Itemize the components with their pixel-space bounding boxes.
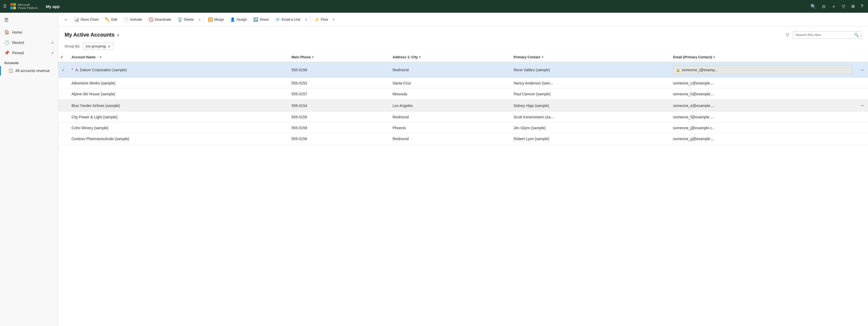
table-row[interactable]: Contoso Pharmaceuticals (sample)555-0156… — [58, 133, 868, 144]
help-icon[interactable]: ? — [859, 2, 865, 10]
activate-label: Activate — [130, 18, 142, 22]
sidebar-hamburger-icon[interactable]: ☰ — [0, 15, 58, 25]
show-chart-button[interactable]: 📊 Show Chart — [71, 15, 102, 24]
row-checkbox[interactable] — [58, 133, 68, 144]
delete-label: Delete — [184, 18, 194, 22]
flow-button[interactable]: ⚡ Flow — [311, 15, 331, 24]
table-row[interactable]: Blue Yonder Airlines (sample)555-0154Los… — [58, 100, 868, 112]
merge-button[interactable]: 🔀 Merge — [205, 15, 227, 24]
city-sort-icon: ∨ — [419, 55, 421, 59]
table-row[interactable]: Adventure Works (sample)555-0152Santa Cr… — [58, 78, 868, 89]
plus-icon[interactable]: ＋ — [830, 2, 838, 11]
row-checkbox[interactable] — [58, 78, 68, 89]
activate-button[interactable]: 📄 Activate — [120, 15, 145, 24]
merge-icon: 🔀 — [208, 17, 213, 22]
main-phone-cell: 555-0154 — [288, 100, 389, 112]
groupby-select[interactable]: (no grouping) ∨ — [83, 43, 113, 50]
sidebar-item-all-accounts[interactable]: 📋 All accounts revenue — [0, 66, 58, 75]
row-navigate-arrow-icon[interactable]: → — [860, 103, 864, 108]
primary-contact-cell: Rene Valdes (sample) — [510, 62, 669, 78]
phone-sort-icon: ∨ — [312, 55, 314, 59]
table-row[interactable]: City Power & Light (sample)555-0155Redmo… — [58, 112, 868, 123]
table-row[interactable]: ✓* A. Datum Corporation (sample)555-0158… — [58, 62, 868, 78]
sidebar-item-home[interactable]: 🏠 Home — [0, 27, 58, 37]
assign-button[interactable]: 👤 Assign — [227, 15, 250, 24]
sort-desc-icon: ∨ — [99, 55, 101, 59]
deactivate-icon: 🚫 — [149, 17, 154, 22]
table-row[interactable]: Coho Winery (sample)555-0159PhoenixJim G… — [58, 123, 868, 133]
back-button[interactable]: ← — [61, 15, 71, 24]
ms-logo: MicrosoftPower Platform — [10, 3, 38, 9]
show-chart-label: Show Chart — [81, 18, 98, 22]
table-wrapper: ✓ Account Name ↑ ∨ Main Phone — [58, 53, 868, 326]
account-name-cell: Alpine Ski House (sample) — [68, 89, 288, 100]
check-icon: ✓ — [61, 68, 65, 72]
command-bar: ← 📊 Show Chart ✏️ Edit 📄 Activate 🚫 Deac… — [58, 13, 868, 27]
view-filter-icon[interactable]: ▽ — [784, 31, 790, 39]
row-checkbox[interactable] — [58, 89, 68, 100]
email-link-button[interactable]: 📧 Email a Link — [272, 15, 304, 24]
row-arrow-cell — [856, 112, 868, 123]
search-box[interactable]: 🔍 — [793, 31, 862, 39]
row-navigate-arrow-icon[interactable]: → — [860, 67, 864, 72]
row-checkbox[interactable] — [58, 112, 68, 123]
view-title-chevron-icon[interactable]: ∨ — [117, 33, 120, 37]
share-button[interactable]: ↗️ Share — [250, 15, 272, 24]
groupby-bar: Group By: (no grouping) ∨ — [58, 41, 868, 53]
lock-icon: 🔒 — [676, 68, 680, 72]
main-phone-cell: 555-0152 — [288, 78, 389, 89]
email-more-button[interactable]: ∨ — [304, 15, 309, 23]
email-cell: someone_g@example.... — [669, 133, 856, 144]
th-account-name[interactable]: Account Name ↑ ∨ — [68, 53, 288, 62]
row-arrow-cell — [856, 78, 868, 89]
chart-icon: 📊 — [74, 17, 79, 22]
search-input[interactable] — [796, 33, 852, 37]
merge-label: Merge — [214, 18, 224, 22]
sidebar-item-recent[interactable]: 🕐 Recent ∨ — [0, 37, 58, 48]
th-email[interactable]: Email (Primary Contact) ∨ — [669, 53, 856, 62]
email-cell: someone_h@example.... — [669, 89, 856, 100]
row-checkbox[interactable] — [58, 123, 68, 133]
sidebar-recent-label: Recent — [12, 40, 49, 45]
edit-button[interactable]: ✏️ Edit — [102, 15, 120, 24]
delete-button[interactable]: 🗑️ Delete — [174, 15, 197, 24]
email-cell: 🔒someone_i@examp... — [669, 62, 856, 78]
more-button[interactable]: ∨ — [197, 15, 203, 23]
sidebar-item-pinned[interactable]: 📌 Pinned ∨ — [0, 48, 58, 58]
assign-icon: 👤 — [230, 17, 235, 22]
recent-icon: 🕐 — [4, 40, 9, 45]
settings-icon[interactable]: ⚙ — [849, 2, 857, 11]
th-address-city[interactable]: Address 1: City ∨ — [389, 53, 510, 62]
table-header: ✓ Account Name ↑ ∨ Main Phone — [58, 53, 868, 62]
th-checkbox[interactable]: ✓ — [58, 53, 68, 62]
th-main-phone[interactable]: Main Phone ∨ — [288, 53, 389, 62]
flow-chevron-button[interactable]: ∨ — [331, 15, 336, 23]
table-row[interactable]: Alpine Ski House (sample)555-0157Missoul… — [58, 89, 868, 100]
search-icon[interactable]: 🔍 — [809, 2, 818, 11]
city-cell: Phoenix — [389, 123, 510, 133]
circle-check-icon[interactable]: ⊙ — [820, 2, 827, 11]
sidebar: ☰ 🏠 Home 🕐 Recent ∨ 📌 Pinned ∨ Accounts … — [0, 13, 58, 326]
email-link-label: Email a Link — [282, 18, 300, 22]
col-city-label: Address 1: City — [393, 55, 418, 59]
delete-icon: 🗑️ — [178, 17, 183, 22]
email-cell: someone_e@example.... — [669, 100, 856, 112]
primary-contact-cell: Nancy Anderson (sam... — [510, 78, 669, 89]
col-email-label: Email (Primary Contact) — [673, 55, 712, 59]
waffle-icon[interactable]: ⠿ — [3, 3, 7, 9]
main-layout: ☰ 🏠 Home 🕐 Recent ∨ 📌 Pinned ∨ Accounts … — [0, 13, 868, 326]
share-icon: ↗️ — [253, 17, 258, 22]
home-icon: 🏠 — [4, 30, 9, 35]
filter-icon[interactable]: ▽ — [840, 2, 847, 11]
row-checkbox[interactable] — [58, 100, 68, 112]
col-main-phone-label: Main Phone — [291, 55, 311, 59]
th-primary-contact[interactable]: Primary Contact ∨ — [510, 53, 669, 62]
deactivate-button[interactable]: 🚫 Deactivate — [146, 15, 174, 24]
main-phone-cell: 555-0157 — [288, 89, 389, 100]
required-dot-icon: * — [71, 68, 74, 72]
col-account-name-label: Account Name — [71, 55, 96, 59]
city-cell: Redmond — [389, 62, 510, 78]
row-checkbox[interactable]: ✓ — [58, 62, 68, 78]
email-link-icon: 📧 — [275, 17, 280, 22]
email-cell: someone_f@example.... — [669, 112, 856, 123]
